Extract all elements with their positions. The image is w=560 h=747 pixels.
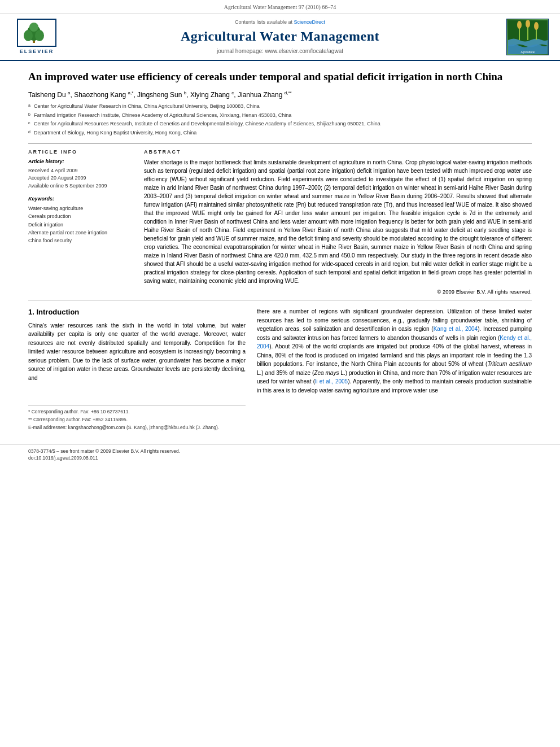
journal-citation: Agricultural Water Management 97 (2010) … [224, 4, 336, 10]
affil-text-a: Center for Agricultural Water Research i… [34, 103, 260, 111]
affil-sup-b: b [28, 112, 33, 120]
svg-point-9 [517, 21, 522, 29]
author-xiying: Xiying Zhang c [190, 91, 234, 99]
received-date: Received 4 April 2009 [28, 167, 133, 175]
accepted-date: Accepted 20 August 2009 [28, 174, 133, 182]
footer-left: 0378-3774/$ – see front matter © 2009 El… [28, 448, 180, 462]
sciencedirect-link[interactable]: ScienceDirect [294, 19, 326, 25]
email-values: kangshaozhong@tom.com (S. Kang), jzhang@… [68, 425, 219, 430]
sciencedirect-prefix: Contents lists available at [235, 19, 292, 25]
body-two-col: 1. Introduction China's water resources … [28, 307, 532, 432]
article-info-label: ARTICLE INFO [28, 148, 133, 156]
journal-logo-area: Agricultural Water Management [498, 19, 549, 55]
footnote-star1: * Corresponding author. Fax: +86 10 6273… [28, 409, 246, 416]
footnote-emails: E-mail addresses: kangshaozhong@tom.com … [28, 425, 246, 431]
journal-logo-box: Agricultural Water Management [506, 19, 549, 55]
abstract-copyright: © 2009 Elsevier B.V. All rights reserved… [144, 288, 532, 295]
svg-point-11 [534, 22, 539, 30]
author-shaozhong: Shaozhong Kang a,* [74, 91, 133, 99]
svg-point-4 [29, 23, 38, 32]
divider-2 [28, 300, 532, 300]
intro-heading: 1. Introduction [28, 307, 246, 317]
homepage-text: journal homepage: www.elsevier.com/locat… [217, 48, 343, 54]
affiliation-c: c Center for Agricultural Resources Rese… [28, 120, 532, 128]
affiliations: a Center for Agricultural Water Research… [28, 103, 532, 137]
divider-1 [28, 143, 532, 144]
footnote-star2: ** Corresponding author. Fax: +852 34115… [28, 417, 246, 423]
svg-point-2 [24, 30, 33, 41]
svg-point-3 [35, 30, 44, 41]
intro-left-paragraph: China's water resources rank the sixth i… [28, 322, 246, 381]
affiliation-b: b Farmland Irrigation Research Institute… [28, 112, 532, 120]
svg-text:Agricultural: Agricultural [520, 50, 535, 54]
wheat-latin: Triticum aestivum [487, 361, 532, 367]
author-jingsheng: Jingsheng Sun b [137, 91, 186, 99]
keywords-section: Keywords: Water-saving agriculture Cerea… [28, 195, 133, 245]
awm-logo-icon: Agricultural Water Management [508, 20, 548, 54]
affil-sup-c: c [28, 120, 33, 128]
intro-right-p4: L.) and 35% of maize ( [257, 370, 314, 376]
abstract-col: ABSTRACT Water shortage is the major bot… [144, 148, 532, 295]
email-label: E-mail addresses: [28, 425, 67, 430]
available-date: Available online 5 September 2009 [28, 182, 133, 190]
page-wrapper: Agricultural Water Management 97 (2010) … [0, 0, 560, 465]
intro-left-text: China's water resources rank the sixth i… [28, 321, 246, 383]
affiliation-d: d Department of Biology, Hong Kong Bapti… [28, 129, 532, 137]
affil-text-c: Center for Agricultural Resources Resear… [34, 120, 380, 128]
body-left: 1. Introduction China's water resources … [28, 307, 246, 432]
top-bar: Agricultural Water Management 97 (2010) … [0, 0, 560, 14]
article-info-col: ARTICLE INFO Article history: Received 4… [28, 148, 133, 295]
ref-kang2004[interactable]: Kang et al., 2004 [434, 326, 478, 332]
elsevier-text: ELSEVIER [20, 48, 54, 55]
article-title: An improved water use efficiency of cere… [28, 69, 532, 84]
keyword-1: Water-saving agriculture [28, 204, 133, 212]
ref-li2005[interactable]: li et al., 2005 [315, 378, 348, 385]
affil-text-b: Farmland Irrigation Research Institute, … [34, 112, 291, 120]
content-area: An improved water use efficiency of cere… [0, 61, 560, 444]
footer-doi: doi:10.1016/j.agwat.2009.08.011 [28, 455, 180, 462]
affiliation-a: a Center for Agricultural Water Research… [28, 103, 532, 111]
affil-text-d: Department of Biology, Hong Kong Baptist… [34, 129, 196, 137]
abstract-text: Water shortage is the major bottleneck t… [144, 158, 532, 285]
journal-homepage: journal homepage: www.elsevier.com/locat… [62, 47, 498, 55]
elsevier-tree-icon [21, 21, 53, 44]
journal-header: ELSEVIER Contents lists available at Sci… [0, 14, 560, 61]
journal-title: Agricultural Water Management [62, 27, 498, 46]
article-info-abstract: ARTICLE INFO Article history: Received 4… [28, 148, 532, 295]
main-content: 1. Introduction China's water resources … [28, 307, 532, 432]
elsevier-logo: ELSEVIER [11, 19, 62, 55]
keywords-label: Keywords: [28, 195, 133, 203]
maize-latin: Zea mays [314, 370, 339, 376]
sciencedirect-line: Contents lists available at ScienceDirec… [62, 19, 498, 26]
body-right: there are a number of regions with signi… [257, 307, 532, 432]
footer-bar: 0378-3774/$ – see front matter © 2009 El… [0, 444, 560, 466]
article-history: Article history: Received 4 April 2009 A… [28, 158, 133, 190]
keyword-3: Deficit irrigation [28, 221, 133, 229]
affil-sup-a: a [28, 103, 33, 111]
author-taisheng: Taisheng Du a [28, 91, 71, 99]
intro-right-text: there are a number of regions with signi… [257, 307, 532, 395]
journal-logo-inner: Agricultural Water Management [507, 19, 548, 55]
journal-header-center: Contents lists available at ScienceDirec… [62, 19, 498, 55]
author-jianhua: Jianhua Zhang d,** [238, 91, 292, 99]
keyword-5: China food security [28, 237, 133, 244]
affil-sup-d: d [28, 129, 33, 137]
elsevier-logo-box [17, 19, 56, 47]
keyword-4: Alternate partial root zone irrigation [28, 229, 133, 237]
authors-line: Taisheng Du a, Shaozhong Kang a,*, Jings… [28, 90, 532, 100]
elsevier-logo-area: ELSEVIER [11, 19, 62, 55]
keyword-2: Cereals production [28, 212, 133, 220]
history-label: Article history: [28, 158, 133, 165]
footnote-area: * Corresponding author. Fax: +86 10 6273… [28, 405, 246, 431]
footer-issn: 0378-3774/$ – see front matter © 2009 El… [28, 448, 180, 455]
abstract-label: ABSTRACT [144, 148, 532, 156]
